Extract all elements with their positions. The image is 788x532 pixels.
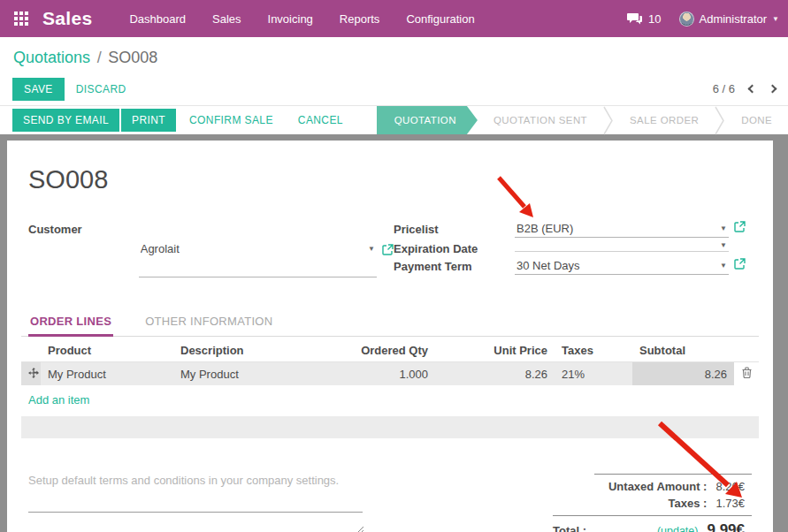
pager-previous-icon[interactable] — [748, 85, 757, 94]
pricelist-dropdown-icon[interactable]: ▼ — [716, 224, 727, 232]
nav-invoicing[interactable]: Invoicing — [268, 12, 313, 26]
breadcrumb-current: SO008 — [108, 49, 157, 66]
quotation-form-sheet: SO008 Customer Agrolait ▼ Pricelist B2B … — [7, 141, 773, 532]
state-separator-icon — [603, 106, 614, 134]
state-sale-order[interactable]: SALE ORDER — [614, 106, 715, 134]
untaxed-amount-label: Untaxed Amount : — [608, 480, 707, 493]
empty-line-placeholder[interactable] — [21, 416, 759, 438]
totals-panel: Untaxed Amount : 8.26€ Taxes : 1.73€ Tot… — [553, 474, 752, 532]
col-product[interactable]: Product — [41, 338, 173, 362]
payment-term-field[interactable]: 30 Net Days ▼ — [515, 258, 729, 275]
state-done[interactable]: DONE — [725, 106, 788, 134]
pager-next-icon[interactable] — [769, 85, 777, 94]
expiration-date-dropdown-icon[interactable]: ▼ — [716, 241, 727, 249]
print-button[interactable]: PRINT — [121, 109, 176, 132]
user-avatar[interactable] — [679, 11, 694, 27]
taxes-label: Taxes : — [669, 497, 708, 510]
cell-unit-price[interactable]: 8.26 — [435, 362, 555, 386]
total-value: 9.99€ — [707, 521, 745, 532]
workflow-buttons: SEND BY EMAIL PRINT CONFIRM SALE CANCEL — [0, 106, 355, 134]
nav-configuration[interactable]: Configuration — [406, 12, 474, 26]
expiration-date-field[interactable]: ▼ — [515, 240, 729, 252]
col-ordered-qty[interactable]: Ordered Qty — [302, 338, 435, 362]
payment-term-label: Payment Term — [394, 258, 515, 273]
breadcrumb: Quotations / SO008 — [0, 37, 788, 72]
notebook-tabs: ORDER LINES OTHER INFORMATION — [21, 311, 759, 337]
send-by-email-button[interactable]: SEND BY EMAIL — [12, 109, 119, 132]
state-separator-icon — [715, 106, 725, 134]
breadcrumb-separator: / — [97, 49, 102, 66]
delete-line-icon[interactable] — [734, 362, 759, 386]
customer-dropdown-icon[interactable]: ▼ — [364, 245, 375, 253]
col-subtotal[interactable]: Subtotal — [632, 338, 734, 362]
cell-subtotal: 8.26 — [632, 362, 734, 386]
col-unit-price[interactable]: Unit Price — [435, 338, 555, 362]
col-description[interactable]: Description — [173, 338, 302, 362]
customer-open-record-icon[interactable] — [382, 221, 394, 277]
top-navbar: Sales Dashboard Sales Invoicing Reports … — [0, 0, 788, 37]
pricelist-open-record-icon[interactable] — [734, 221, 746, 232]
cell-product[interactable]: My Product — [41, 362, 173, 386]
expiration-date-label: Expiration Date — [394, 240, 515, 255]
confirm-sale-button[interactable]: CONFIRM SALE — [178, 109, 285, 132]
document-title: SO008 — [28, 165, 759, 194]
total-row: Total : (update) 9.99€ — [553, 515, 752, 532]
customer-label: Customer — [28, 221, 139, 277]
resize-handle-icon[interactable] — [356, 523, 364, 532]
state-pipeline: QUOTATION QUOTATION SENT SALE ORDER DONE — [377, 106, 788, 134]
order-line-row[interactable]: My Product My Product 1.000 8.26 21% 8.2… — [21, 362, 759, 386]
col-taxes[interactable]: Taxes — [555, 338, 632, 362]
messages-count[interactable]: 10 — [648, 12, 661, 26]
pager-counter: 6 / 6 — [713, 82, 735, 95]
sheet-bottom: Untaxed Amount : 8.26€ Taxes : 1.73€ Tot… — [21, 474, 759, 532]
cell-taxes[interactable]: 21% — [555, 362, 632, 386]
table-header-row: Product Description Ordered Qty Unit Pri… — [21, 338, 759, 362]
untaxed-amount-row: Untaxed Amount : 8.26€ — [594, 478, 752, 495]
terms-area — [28, 474, 363, 532]
nav-reports[interactable]: Reports — [340, 12, 380, 26]
nav-sales[interactable]: Sales — [212, 12, 241, 26]
statusbar: SEND BY EMAIL PRINT CONFIRM SALE CANCEL … — [0, 105, 788, 134]
action-row: SAVE DISCARD 6 / 6 — [0, 72, 788, 105]
user-menu-caret-icon: ▼ — [772, 15, 779, 23]
taxes-value: 1.73€ — [715, 497, 745, 510]
customer-value[interactable]: Agrolait — [141, 242, 364, 255]
update-total-link[interactable]: (update) — [657, 525, 699, 532]
messages-icon[interactable] — [627, 12, 643, 26]
discard-button[interactable]: DISCARD — [65, 78, 138, 101]
apps-menu-icon[interactable] — [14, 11, 28, 26]
pricelist-field[interactable]: B2B (EUR) ▼ — [515, 221, 729, 238]
topbar-right: 10 Administrator ▼ — [627, 11, 788, 27]
nav-dashboard[interactable]: Dashboard — [129, 12, 186, 26]
pricelist-label: Pricelist — [394, 221, 515, 236]
breadcrumb-quotations[interactable]: Quotations — [13, 49, 90, 66]
main-nav: Dashboard Sales Invoicing Reports Config… — [129, 12, 474, 26]
pricelist-value[interactable]: B2B (EUR) — [516, 222, 716, 235]
payment-term-open-record-icon[interactable] — [734, 258, 746, 270]
cell-ordered-qty[interactable]: 1.000 — [302, 362, 435, 386]
tab-other-information[interactable]: OTHER INFORMATION — [143, 311, 274, 336]
cancel-button[interactable]: CANCEL — [287, 109, 355, 132]
taxes-row: Taxes : 1.73€ — [594, 495, 752, 512]
tab-order-lines[interactable]: ORDER LINES — [28, 311, 113, 337]
cell-description[interactable]: My Product — [173, 362, 302, 386]
total-label: Total : — [553, 524, 586, 532]
payment-term-dropdown-icon[interactable]: ▼ — [716, 262, 727, 270]
state-quotation[interactable]: QUOTATION — [377, 106, 478, 134]
drag-handle-icon[interactable] — [21, 362, 41, 386]
state-quotation-sent[interactable]: QUOTATION SENT — [478, 106, 603, 134]
save-button[interactable]: SAVE — [12, 78, 65, 101]
form-fields: Customer Agrolait ▼ Pricelist B2B (EUR) … — [21, 221, 759, 277]
add-an-item-link[interactable]: Add an item — [28, 393, 89, 407]
sheet-background: SO008 Customer Agrolait ▼ Pricelist B2B … — [0, 134, 788, 532]
order-lines-table: Product Description Ordered Qty Unit Pri… — [21, 338, 759, 385]
user-menu[interactable]: Administrator — [700, 12, 768, 26]
customer-field[interactable]: Agrolait ▼ — [139, 221, 377, 277]
terms-textarea[interactable] — [28, 474, 363, 513]
record-pager: 6 / 6 — [713, 82, 776, 95]
payment-term-value[interactable]: 30 Net Days — [516, 259, 716, 272]
app-brand[interactable]: Sales — [42, 8, 92, 29]
untaxed-amount-value: 8.26€ — [715, 480, 745, 493]
